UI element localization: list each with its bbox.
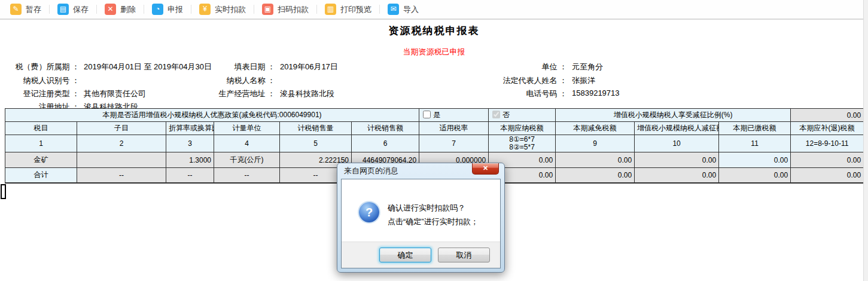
scan-deduction-label: 扫码扣款 — [278, 4, 309, 15]
fill-date-value: 2019年06月17日 — [280, 62, 338, 72]
toolbar-divider — [49, 5, 50, 14]
total-tax-paid: 0.00 — [719, 168, 791, 183]
total-label: 合计 — [5, 168, 77, 183]
total-sub-item: -- — [77, 168, 166, 183]
legal-rep-label: 法定代表人姓名 ： — [455, 75, 567, 85]
col-sub-item: 子目 — [77, 122, 166, 135]
formula-cell: 1 — [5, 135, 77, 152]
col-taxable-volume: 计税销售量 — [280, 122, 352, 135]
dialog-message-line2: 点击“确定”进行实时扣款； — [388, 215, 479, 228]
col-tax-item: 税目 — [5, 122, 77, 135]
formula-cell: 2 — [77, 135, 166, 152]
formula-cell: 8①=6*7 8②=5*7 — [489, 135, 556, 152]
dialog-footer: 确定 取消 — [342, 242, 500, 268]
printer-icon: ▥ — [325, 4, 336, 15]
cell-sub-item — [77, 152, 166, 168]
cancel-button[interactable]: 取消 — [438, 248, 490, 262]
cell-tax-item: 金矿 — [5, 152, 77, 168]
policy-row: 本期是否适用增值税小规模纳税人优惠政策(减免税代码:0006049901) 是 … — [5, 109, 864, 122]
question-icon: ? — [359, 202, 379, 222]
formula-cell: 3 — [166, 135, 214, 152]
yuan-icon: ¥ — [199, 4, 211, 15]
realtime-deduction-label: 实时扣款 — [215, 4, 246, 15]
formula-cell: 5 — [280, 135, 352, 152]
policy-no-label: 否 — [502, 111, 510, 119]
taxpayer-name-label: 纳税人名称 ： — [167, 75, 275, 85]
col-tax-paid: 本期已缴税额 — [719, 122, 791, 135]
total-tax-reduction: 0.00 — [556, 168, 635, 183]
ok-button[interactable]: 确定 — [379, 248, 431, 262]
text-cursor-artifact — [1, 184, 6, 199]
webpage-message-dialog: 来自网页的消息 ✕ ? 确认进行实时扣款吗？ 点击“确定”进行实时扣款； 确定 … — [337, 163, 505, 273]
toolbar-divider — [316, 5, 317, 14]
col-tax-payable: 本期应纳税额 — [489, 122, 556, 135]
delete-label: 删除 — [120, 4, 136, 15]
business-address-value: 浚县科技路北段 — [280, 88, 334, 99]
formula-cell: 6 — [352, 135, 419, 152]
col-tax-reduction: 本期减免税额 — [556, 122, 635, 135]
policy-no-cell: 否 — [489, 109, 556, 122]
reduction-ratio-label: 增值税小规模纳税人享受减征比例(%) — [556, 109, 791, 122]
policy-question: 本期是否适用增值税小规模纳税人优惠政策(减免税代码:0006049901) — [5, 109, 419, 122]
formula-row: 1 2 3 4 5 6 7 8①=6*7 8②=5*7 9 10 11 12=8… — [5, 135, 864, 152]
cell-unit: 千克(公斤) — [214, 152, 280, 168]
scrollbar-track[interactable] — [863, 0, 868, 281]
total-conversion-ratio: -- — [166, 168, 214, 183]
declare-label: 申报 — [167, 4, 183, 15]
cell-tax-reduction: 0.00 — [556, 152, 635, 168]
realtime-deduction-button[interactable]: ¥ 实时扣款 — [199, 4, 246, 15]
formula-cell: 7 — [419, 135, 489, 152]
formula-cell: 9 — [556, 135, 635, 152]
toolbar-divider — [191, 5, 191, 14]
col-taxable-amount: 计税销售额 — [352, 122, 419, 135]
declare-button[interactable]: ◔ 申报 — [152, 4, 183, 15]
policy-no-checkbox[interactable] — [492, 111, 500, 118]
col-small-taxpayer-reduction: 增值税小规模纳税人减征额 — [635, 122, 719, 135]
toolbar: ✎ 暂存 ▤ 保存 ✕ 删除 ◔ 申报 ¥ 实时扣款 ▣ 扫码扣款 ▥ — [0, 0, 868, 20]
dialog-message-line1: 确认进行实时扣款吗？ — [388, 201, 479, 215]
print-preview-button[interactable]: ▥ 打印预览 — [325, 4, 371, 15]
cell-conversion-ratio: 1.3000 — [166, 152, 214, 168]
page-title: 资源税纳税申报表 — [0, 24, 868, 38]
unit-label: 单位 ： — [455, 62, 567, 72]
col-conversion-ratio: 折算率或换算比 — [166, 122, 214, 135]
toolbar-divider — [254, 5, 254, 14]
temp-save-button[interactable]: ✎ 暂存 — [10, 4, 41, 15]
total-tax-due: 0.00 — [791, 168, 864, 183]
registration-type-label: 登记注册类型 ： — [0, 88, 80, 99]
scan-deduction-button[interactable]: ▣ 扫码扣款 — [262, 4, 309, 15]
formula-cell: 4 — [214, 135, 280, 152]
save-button[interactable]: ▤ 保存 — [57, 4, 89, 15]
temp-save-label: 暂存 — [26, 4, 41, 15]
scan-icon: ▣ — [262, 4, 273, 15]
dialog-message: 确认进行实时扣款吗？ 点击“确定”进行实时扣款； — [388, 201, 479, 228]
phone-value: 15839219713 — [572, 88, 620, 99]
formula-cell: 12=8-9-10-11 — [791, 135, 864, 152]
legal-rep-value: 张振洋 — [572, 75, 595, 85]
status-message: 当期资源税已申报 — [0, 47, 868, 57]
close-icon[interactable]: ✕ — [472, 163, 499, 175]
total-unit: -- — [214, 168, 280, 183]
policy-yes-label: 是 — [433, 111, 440, 119]
trash-icon: ✕ — [105, 4, 116, 15]
import-label: 导入 — [403, 4, 419, 15]
import-icon: ✉ — [388, 4, 399, 15]
reduction-ratio-value: 0.00 — [791, 109, 864, 122]
phone-label: 电话号码 ： — [455, 88, 567, 99]
total-small-taxpayer-reduction: 0.00 — [635, 168, 719, 183]
toolbar-divider — [96, 5, 97, 14]
unit-value: 元至角分 — [572, 62, 603, 72]
import-button[interactable]: ✉ 导入 — [388, 4, 419, 15]
clipboard-icon: ✎ — [10, 4, 22, 15]
formula-cell: 11 — [719, 135, 791, 152]
policy-yes-checkbox[interactable] — [423, 111, 431, 118]
save-label: 保存 — [73, 4, 89, 15]
col-tax-rate: 适用税率 — [419, 122, 489, 135]
dialog-body: ? 确认进行实时扣款吗？ 点击“确定”进行实时扣款； 确定 取消 — [341, 179, 501, 268]
delete-button[interactable]: ✕ 删除 — [105, 4, 136, 15]
formula-cell: 10 — [635, 135, 719, 152]
policy-yes-cell: 是 — [419, 109, 489, 122]
cell-tax-due: 0.00 — [791, 152, 864, 168]
tax-period-label: 税（费）所属期 ： — [0, 62, 80, 72]
cell-small-taxpayer-reduction: 0.00 — [635, 152, 719, 168]
